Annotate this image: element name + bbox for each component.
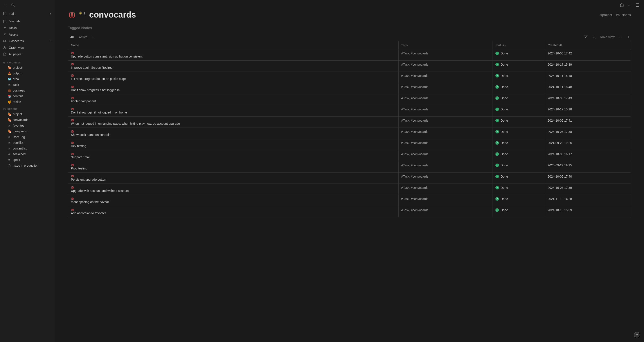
nav-journals[interactable]: Journals [0,18,55,24]
table-row[interactable]: Show pack name on controls#Task, #convoc… [68,128,631,139]
column-status[interactable]: Status↓ [492,41,545,50]
task-tags: #Task, #convocards [401,175,428,178]
task-name: Improve Login Screen Redirect [71,66,113,69]
dots-icon [628,3,632,7]
table-row[interactable]: Don't show progress if not logged in#Tas… [68,83,631,94]
task-tags: #Task, #convocards [401,85,428,89]
recent-item[interactable]: #socialpost [0,151,55,157]
table-row[interactable]: Footer component#Task, #convocards✓Done2… [68,94,631,105]
svg-point-28 [619,37,620,38]
page-tag[interactable]: #business [616,13,631,17]
recent-item[interactable]: #favorites [0,123,55,128]
svg-point-29 [620,37,621,38]
recent-item[interactable]: #xpost [0,157,55,163]
hamburger-icon [4,3,8,7]
menu-toggle-button[interactable] [4,3,8,7]
table-row[interactable]: Don't show login if not logged in on hom… [68,105,631,116]
task-name: Upgrade with account and without account [71,189,129,192]
status-done-icon: ✓ [496,186,499,190]
view-label[interactable]: Table View [600,35,614,39]
svg-line-27 [595,38,596,38]
recent-item[interactable]: #booklist [0,140,55,146]
star-icon: ☆ [3,62,5,64]
filter-button[interactable] [583,34,588,40]
table-row[interactable]: When not logged in on landing page, when… [68,116,631,128]
task-tags: #Task, #convocards [401,141,428,145]
home-button[interactable] [620,3,624,7]
table-search-button[interactable] [592,34,597,40]
svg-marker-25 [584,36,587,38]
recent-item[interactable]: 🍖mealprepro [0,128,55,134]
recent-item[interactable]: #contentlist [0,146,55,151]
hash-icon: # [8,147,11,150]
table-row[interactable]: Upgrade with account and without account… [68,184,631,195]
item-label: project [13,66,22,69]
add-view-button[interactable] [626,35,631,40]
more-button[interactable] [628,3,632,7]
recent-item[interactable]: 🍖project [0,111,55,117]
add-tab-button[interactable] [90,35,95,40]
table-row[interactable]: Add accordian to favorites#Task, #convoc… [68,206,631,217]
nav-flashcards[interactable]: Flashcards 1 [0,38,55,44]
recent-item[interactable]: #Root Tag [0,134,55,140]
nav-graph[interactable]: Graph view [0,44,55,51]
status-label: Done [501,63,508,66]
task-name: Upgrade button consistent, sign up butto… [71,55,142,58]
created-at: 2024-10-05 17:42 [545,50,630,60]
favorite-item[interactable]: 📚content [0,93,55,99]
workspace-name: main [9,12,15,15]
favorite-item[interactable]: 🍖project [0,65,55,70]
dots-icon [618,35,622,39]
home-icon [620,3,624,7]
page-tag[interactable]: #project [600,13,612,17]
svg-point-12 [6,48,6,49]
task-tags: #Task, #convocards [401,108,428,111]
infinity-icon [3,39,6,43]
favorite-item[interactable]: 🍯recipe [0,99,55,105]
hash-icon: # [8,135,11,139]
honey-icon: 🍯 [8,100,11,104]
table-row[interactable]: Upgrade button consistent, sign up butto… [68,50,631,60]
favorite-item[interactable]: 📥output [0,70,55,76]
status-done-icon: ✓ [496,208,499,212]
column-name[interactable]: Name [68,41,398,50]
status-label: Done [501,85,508,89]
item-label: contentlist [13,147,26,150]
workspace-selector[interactable]: main ▼ [0,10,55,17]
clock-icon [3,108,6,110]
recent-item[interactable]: 🍖convocards [0,117,55,123]
help-button[interactable]: ? [634,332,640,338]
nav-assets[interactable]: # Assets [0,31,55,38]
item-label: booklist [13,141,23,144]
column-tags[interactable]: Tags [398,41,492,50]
table-row[interactable]: Persistent upgrade button#Task, #convoca… [68,172,631,184]
favorite-item[interactable]: 🗺️area [0,76,55,82]
item-label: business [13,89,25,92]
nav-all-pages[interactable]: All pages [0,51,55,58]
svg-point-11 [4,48,4,49]
item-label: project [13,112,22,116]
panel-toggle-button[interactable] [636,3,640,7]
nav-tasks[interactable]: # Tasks [0,24,55,31]
tab-all[interactable]: All [68,34,76,40]
view-more-button[interactable] [618,34,623,40]
favorite-item[interactable]: 💼business [0,88,55,93]
table-row[interactable]: Prod testing#Task, #convocards✓Done2024-… [68,161,631,172]
status-label: Done [501,119,508,122]
tab-active[interactable]: Active [77,34,90,40]
table-row[interactable]: more spacing on the navbar#Task, #convoc… [68,195,631,206]
table-row[interactable]: Dev testing#Task, #convocards✓Done2024-0… [68,139,631,150]
recent-item[interactable]: nixos in production [0,163,55,168]
created-at: 2024-10-05 17:39 [545,184,630,195]
cards-icon [71,152,396,156]
table-row[interactable]: Support Email#Task, #convocards✓Done2024… [68,150,631,161]
column-created[interactable]: Created At [545,41,630,50]
coin-badge-icon: ◉ [79,12,82,14]
favorite-item[interactable]: #Task [0,82,55,88]
status-label: Done [501,186,508,190]
task-tags: #Task, #convocards [401,152,428,156]
search-button[interactable] [11,3,15,7]
table-row[interactable]: Improve Login Screen Redirect#Task, #con… [68,60,631,72]
table-row[interactable]: Fix reset progress button on packs page#… [68,72,631,83]
task-name: Persistent upgrade button [71,178,106,181]
